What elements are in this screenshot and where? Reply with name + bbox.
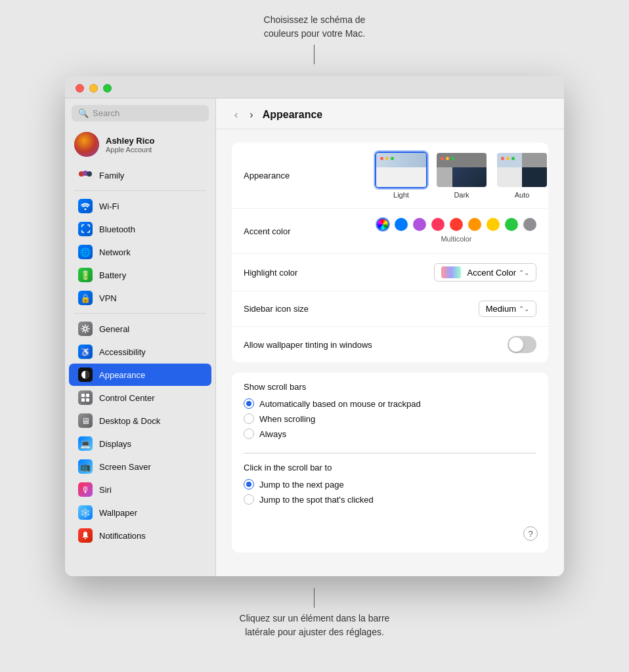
scroll-bars-section: Show scroll bars Automatically based on … xyxy=(232,373,548,553)
family-icon xyxy=(78,168,93,182)
accessibility-icon: ♿ xyxy=(78,345,93,359)
click-spot-label: Jump to the spot that's clicked xyxy=(259,495,374,505)
highlight-color-select[interactable]: Accent Color ⌃⌄ xyxy=(434,263,536,282)
sidebar-icon-size-label: Sidebar icon size xyxy=(244,304,375,314)
main-panel: ‹ › Appearance Appearance xyxy=(216,98,564,576)
accent-pink[interactable] xyxy=(431,218,445,231)
accent-red[interactable] xyxy=(450,218,463,231)
color-swatches-row xyxy=(376,218,536,231)
sidebar-item-family[interactable]: Family xyxy=(69,164,211,186)
click-scroll-bar-section: Click in the scroll bar to Jump to the n… xyxy=(232,453,548,518)
user-info: Ashley Rico Apple Account xyxy=(106,136,154,154)
sidebar-item-general[interactable]: General xyxy=(69,318,211,340)
appearance-icon xyxy=(78,368,93,382)
appearance-light-option[interactable]: Light xyxy=(375,152,427,199)
appearance-section: Appearance xyxy=(232,142,548,362)
sidebar-item-siri[interactable]: 🎙 Siri xyxy=(69,478,211,501)
back-button[interactable]: ‹ xyxy=(232,108,240,122)
displays-icon: 💻 xyxy=(78,436,93,451)
minimize-button[interactable] xyxy=(89,84,98,93)
sidebar-divider-1 xyxy=(74,190,206,191)
sidebar-item-desktop-dock[interactable]: 🖥 Desktop & Dock xyxy=(69,410,211,432)
highlight-color-chevron: ⌃⌄ xyxy=(519,269,529,276)
appearance-row: Appearance xyxy=(232,142,548,209)
scroll-auto-option[interactable]: Automatically based on mouse or trackpad xyxy=(244,398,536,409)
displays-label: Displays xyxy=(99,439,131,449)
user-profile[interactable]: Ashley Rico Apple Account xyxy=(65,128,215,163)
dark-thumbnail xyxy=(435,152,488,188)
bluetooth-label: Bluetooth xyxy=(99,224,135,234)
help-button[interactable]: ? xyxy=(523,526,538,541)
tooltip-top: Choisissez le schéma de couleurs pour vo… xyxy=(264,13,366,64)
scroll-scrolling-option[interactable]: When scrolling xyxy=(244,413,536,424)
scroll-always-option[interactable]: Always xyxy=(244,429,536,439)
sidebar-item-displays[interactable]: 💻 Displays xyxy=(69,432,211,455)
sidebar-item-vpn[interactable]: 🔒 VPN xyxy=(69,287,211,309)
sidebar-item-wifi[interactable]: Wi-Fi xyxy=(69,195,211,217)
accent-orange[interactable] xyxy=(468,218,481,231)
maximize-button[interactable] xyxy=(103,84,112,93)
accent-purple[interactable] xyxy=(413,218,426,231)
svg-point-3 xyxy=(84,327,87,331)
accent-green[interactable] xyxy=(505,218,518,231)
sidebar-size-chevron: ⌃⌄ xyxy=(519,305,529,312)
wallpaper-tinting-toggle[interactable] xyxy=(508,336,536,353)
sidebar-item-notifications[interactable]: Notifications xyxy=(69,524,211,547)
battery-label: Battery xyxy=(99,270,126,280)
highlight-color-row: Highlight color Accent Color ⌃⌄ xyxy=(232,254,548,291)
screen-saver-icon: 📺 xyxy=(78,459,93,474)
notifications-label: Notifications xyxy=(99,531,146,541)
toggle-knob xyxy=(509,337,523,352)
avatar xyxy=(74,132,99,157)
sidebar-item-accessibility[interactable]: ♿ Accessibility xyxy=(69,341,211,363)
wallpaper-tinting-label: Allow wallpaper tinting in windows xyxy=(244,340,375,350)
sidebar-item-battery[interactable]: 🔋 Battery xyxy=(69,264,211,286)
search-bar[interactable]: 🔍 Search xyxy=(72,105,209,121)
vpn-icon: 🔒 xyxy=(78,291,93,305)
appearance-dark-option[interactable]: Dark xyxy=(435,152,488,199)
scroll-auto-radio xyxy=(244,398,254,409)
show-scroll-bars-label: Show scroll bars xyxy=(244,382,536,392)
sidebar-icon-size-select[interactable]: Medium ⌃⌄ xyxy=(479,301,536,317)
click-next-page-label: Jump to the next page xyxy=(259,480,344,490)
close-button[interactable] xyxy=(76,84,84,93)
panel-header: ‹ › Appearance xyxy=(216,98,564,129)
sidebar-item-appearance[interactable]: Appearance xyxy=(69,364,211,386)
panel-title: Appearance xyxy=(263,109,323,121)
sidebar-item-bluetooth[interactable]: ⛶ Bluetooth xyxy=(69,218,211,240)
click-radio-inner xyxy=(246,482,251,487)
wallpaper-tinting-row: Allow wallpaper tinting in windows xyxy=(232,327,548,362)
click-scroll-bar-label: Click in the scroll bar to xyxy=(244,463,536,472)
sidebar-item-network[interactable]: 🌐 Network xyxy=(69,241,211,263)
accent-blue[interactable] xyxy=(395,218,408,231)
click-spot-option[interactable]: Jump to the spot that's clicked xyxy=(244,494,536,505)
wallpaper-icon: ❄️ xyxy=(78,505,93,520)
battery-icon: 🔋 xyxy=(78,268,93,282)
tooltip-bottom: Cliquez sur un élément dans la barre lat… xyxy=(240,588,390,639)
sidebar-item-control-center[interactable]: Control Center xyxy=(69,387,211,409)
wallpaper-label: Wallpaper xyxy=(99,508,137,518)
appearance-control: Light xyxy=(375,152,548,199)
accent-color-row: Accent color xyxy=(232,209,548,254)
content-area: 🔍 Search Ashley Rico Apple Account xyxy=(65,98,564,576)
light-thumbnail xyxy=(375,152,427,188)
sidebar-item-screen-saver[interactable]: 📺 Screen Saver xyxy=(69,455,211,478)
help-container: ? xyxy=(232,518,548,553)
show-scroll-bars-section: Show scroll bars Automatically based on … xyxy=(232,373,548,453)
appearance-label: Appearance xyxy=(99,370,145,380)
search-icon: 🔍 xyxy=(78,108,89,118)
appearance-setting-label: Appearance xyxy=(244,171,375,180)
siri-icon: 🎙 xyxy=(78,482,93,497)
svg-point-2 xyxy=(87,171,92,177)
wifi-icon xyxy=(78,199,93,213)
forward-button[interactable]: › xyxy=(247,108,255,122)
highlight-color-preview xyxy=(441,266,461,278)
accent-multicolor[interactable] xyxy=(376,218,389,231)
accent-color-control: Multicolor xyxy=(375,218,536,244)
accent-yellow[interactable] xyxy=(487,218,500,231)
multicolor-label: Multicolor xyxy=(441,235,471,243)
accent-graphite[interactable] xyxy=(523,218,536,231)
sidebar-item-wallpaper[interactable]: ❄️ Wallpaper xyxy=(69,501,211,524)
click-next-page-option[interactable]: Jump to the next page xyxy=(244,479,536,490)
appearance-auto-option[interactable]: Auto xyxy=(496,152,548,199)
